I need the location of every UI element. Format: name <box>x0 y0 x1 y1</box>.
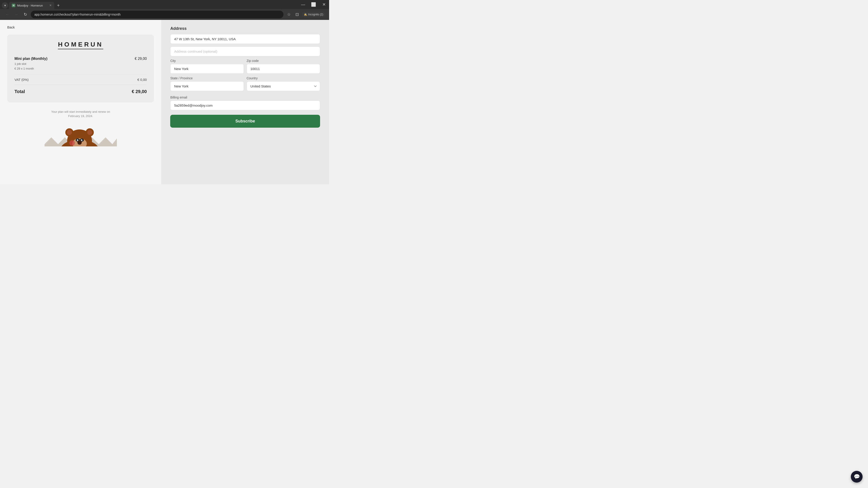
incognito-icon: 🕵 <box>304 13 307 16</box>
address-input[interactable] <box>170 34 320 44</box>
back-nav-button[interactable]: ← <box>4 11 11 18</box>
total-row: Total € 29,00 <box>14 85 147 96</box>
renewal-text: Your plan will start immediately and ren… <box>7 109 154 119</box>
logo: HOMERUN <box>58 41 103 49</box>
svg-point-4 <box>67 130 72 135</box>
vat-label: VAT (0%) <box>14 78 29 82</box>
browser-chrome: ▾ H Moodjoy · Homerun × + — ⬜ ✕ ← → ↻ ☆ … <box>0 0 329 20</box>
billing-email-input[interactable] <box>170 101 320 110</box>
zip-group: Zip code <box>247 59 320 74</box>
page-content: Back HOMERUN Mini plan (Monthly) 1 job s… <box>0 20 329 184</box>
plan-detail-slots: 1 job slot <box>14 62 48 66</box>
minimize-button[interactable]: — <box>298 0 308 9</box>
country-label: Country <box>247 76 320 80</box>
bookmark-button[interactable]: ☆ <box>285 11 292 18</box>
city-input[interactable] <box>170 64 244 74</box>
total-price: € 29,00 <box>132 89 147 94</box>
address-bar: ← → ↻ ☆ ⊡ 🕵 Incognito (2) <box>0 9 329 20</box>
new-tab-button[interactable]: + <box>55 2 61 8</box>
vat-price: € 0,00 <box>137 78 147 82</box>
back-link[interactable]: Back <box>7 25 154 29</box>
plan-detail-billing: € 29 x 1 month <box>14 66 48 71</box>
mascot-illustration <box>44 124 117 147</box>
svg-point-14 <box>82 139 83 140</box>
reload-button[interactable]: ↻ <box>22 11 29 18</box>
incognito-label: Incognito (2) <box>308 13 323 16</box>
address-bar-actions: ☆ ⊡ 🕵 Incognito (2) <box>285 11 326 18</box>
city-zip-row: City Zip code <box>170 59 320 74</box>
total-label: Total <box>14 89 25 94</box>
country-group: Country United States United Kingdom Ger… <box>247 76 320 91</box>
billing-email-label: Billing email <box>170 96 320 99</box>
checkout-card: HOMERUN Mini plan (Monthly) 1 job slot €… <box>7 35 154 102</box>
billing-email-section: Billing email <box>170 96 320 110</box>
plan-row: Mini plan (Monthly) 1 job slot € 29 x 1 … <box>14 54 147 74</box>
address-continued-field-container <box>170 46 320 56</box>
svg-point-5 <box>87 130 92 135</box>
svg-point-11 <box>78 139 79 140</box>
split-view-button[interactable]: ⊡ <box>293 11 301 18</box>
forward-nav-button[interactable]: → <box>13 11 20 18</box>
state-input[interactable] <box>170 81 244 91</box>
city-group: City <box>170 59 244 74</box>
plan-name: Mini plan (Monthly) <box>14 57 48 61</box>
state-country-row: State / Province Country United States U… <box>170 76 320 91</box>
state-group: State / Province <box>170 76 244 91</box>
url-bar[interactable] <box>31 11 283 18</box>
tab-bar: ▾ H Moodjoy · Homerun × + — ⬜ ✕ <box>0 0 329 9</box>
left-panel: Back HOMERUN Mini plan (Monthly) 1 job s… <box>0 20 161 184</box>
active-tab[interactable]: H Moodjoy · Homerun × <box>9 2 54 9</box>
zip-input[interactable] <box>247 64 320 74</box>
window-controls: — ⬜ ✕ <box>298 0 329 9</box>
svg-point-16 <box>69 140 75 146</box>
tab-close-button[interactable]: × <box>50 4 52 7</box>
svg-point-13 <box>78 139 79 140</box>
incognito-badge[interactable]: 🕵 Incognito (2) <box>302 12 326 17</box>
tab-title: Moodjoy · Homerun <box>17 4 43 7</box>
subscribe-button[interactable]: Subscribe <box>170 115 320 128</box>
address-field-container <box>170 34 320 44</box>
maximize-button[interactable]: ⬜ <box>308 0 319 9</box>
zip-label: Zip code <box>247 59 320 63</box>
tab-group-button[interactable]: ▾ <box>2 2 8 8</box>
address-section-title: Address <box>170 26 320 31</box>
plan-price: € 29,00 <box>135 57 147 61</box>
plan-details: Mini plan (Monthly) 1 job slot € 29 x 1 … <box>14 57 48 71</box>
vat-row: VAT (0%) € 0,00 <box>14 74 147 85</box>
close-window-button[interactable]: ✕ <box>319 0 329 9</box>
address-continued-input[interactable] <box>170 46 320 56</box>
right-panel: Address City Zip code State / Province <box>161 20 329 184</box>
logo-container: HOMERUN <box>14 41 147 48</box>
state-label: State / Province <box>170 76 244 80</box>
tab-favicon: H <box>12 4 16 7</box>
svg-point-15 <box>77 141 82 144</box>
country-select[interactable]: United States United Kingdom Germany Fra… <box>247 81 320 91</box>
mascot-container <box>7 124 154 147</box>
svg-point-12 <box>82 139 83 140</box>
city-label: City <box>170 59 244 63</box>
